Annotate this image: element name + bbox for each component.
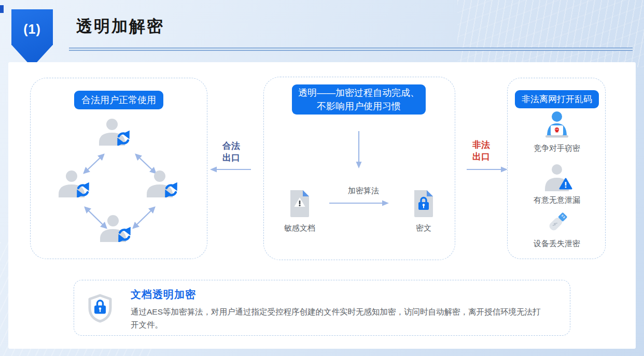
- cipher-document-icon: [412, 189, 435, 218]
- user-sync-icon: [58, 170, 91, 197]
- transparent-encryption-panel-title: 透明——加密过程自动完成、 不影响用户使用习惯: [292, 84, 426, 115]
- encryption-algorithm-label: 加密算法: [337, 186, 390, 196]
- section-number: (1): [23, 22, 41, 67]
- sensitive-document-label: 敏感文档: [276, 223, 323, 233]
- cipher-document-label: 密文: [408, 223, 439, 233]
- legal-exit-arrow: [209, 166, 253, 173]
- usb-drive-icon: [544, 209, 571, 236]
- transparent-encryption-panel: 透明——加密过程自动完成、 不影响用户使用习惯 敏感文档 加密算法: [263, 77, 455, 260]
- legal-exit-label: 合法 出口: [215, 140, 248, 164]
- sensitive-document-icon: [288, 189, 311, 218]
- legal-users-panel: 合法用户正常使用: [30, 78, 207, 259]
- background-texture-top-right: [457, 0, 644, 67]
- down-arrow: [353, 130, 365, 169]
- title-underline: [69, 48, 633, 51]
- user-sync-icon: [146, 170, 179, 197]
- shield-lock-icon: [88, 294, 113, 323]
- threat-item-label: 有意无意泄漏: [508, 195, 606, 205]
- summary-panel: 文档透明加密 通过AES等加密算法，对用户通过指定受控程序创建的文件实时无感知加…: [74, 280, 570, 336]
- illegal-access-panel: 非法离网打开乱码 竞争对手窃密 有意无意泄漏: [507, 78, 606, 259]
- summary-description: 通过AES等加密算法，对用户通过指定受控程序创建的文件实时无感知加密，访问时自动…: [131, 305, 548, 331]
- corner-accent-chip: [0, 5, 4, 13]
- section-number-ribbon: (1): [11, 9, 53, 67]
- summary-title: 文档透明加密: [131, 288, 196, 302]
- slide-content-board: 合法用户正常使用: [8, 62, 636, 349]
- threat-item-label: 设备丢失泄密: [508, 239, 606, 249]
- user-sync-icon: [98, 119, 131, 146]
- encryption-arrow: [328, 200, 390, 207]
- page-title: 透明加解密: [76, 16, 164, 37]
- illegal-access-panel-title: 非法离网打开乱码: [515, 90, 599, 108]
- threat-item-label: 竞争对手窃密: [508, 144, 606, 153]
- user-sync-icon: [99, 215, 132, 242]
- illegal-exit-arrow: [465, 166, 508, 173]
- illegal-exit-label: 非法 出口: [465, 139, 498, 163]
- person-warning-icon: [544, 164, 573, 191]
- laptop-spy-icon: [542, 110, 571, 139]
